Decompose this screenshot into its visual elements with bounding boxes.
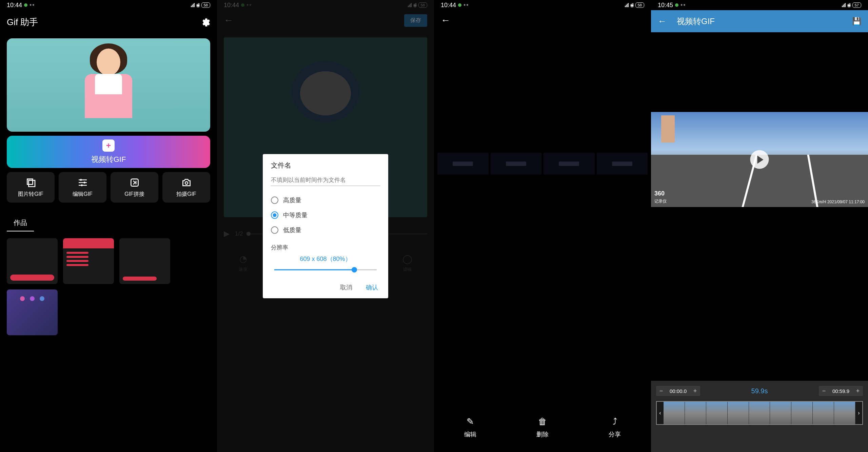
main-button-label: 视频转GIF xyxy=(91,154,126,165)
timeline-frame xyxy=(728,402,749,424)
tool-label: 图片转GIF xyxy=(18,191,43,198)
share-button[interactable]: ⤴分享 xyxy=(609,416,621,438)
confirm-button[interactable]: 确认 xyxy=(366,283,378,291)
quality-low-option[interactable]: 低质量 xyxy=(271,223,380,238)
timeline-frame xyxy=(664,402,685,424)
radio-icon xyxy=(271,196,278,204)
delete-button[interactable]: 🗑删除 xyxy=(536,416,549,438)
duration-display: 59.9s xyxy=(751,387,768,395)
status-bar: 10:44•• ◉̂58 xyxy=(434,0,651,10)
export-dialog-screen: 10:44•• ◉̂58 ← 保存 ▶ 1/2 ◔速度 T添加文字 ⟂裁切 ▨背… xyxy=(217,0,434,452)
work-item[interactable] xyxy=(7,289,58,335)
works-grid xyxy=(0,231,217,342)
edit-gif-button[interactable]: 编辑GIF xyxy=(59,172,106,203)
preview-header: ← xyxy=(434,10,651,31)
end-time-value: 00:59.9 xyxy=(829,388,853,394)
quality-radio-group: 高质量 中等质量 低质量 xyxy=(263,193,388,238)
frame-thumb[interactable] xyxy=(437,153,489,175)
end-time-stepper[interactable]: − 00:59.9 + xyxy=(819,386,863,396)
plus-icon[interactable]: + xyxy=(853,386,863,396)
work-item[interactable] xyxy=(63,238,114,284)
camera-icon xyxy=(181,177,192,188)
resolution-label: 分辨率 xyxy=(271,244,380,251)
timeline-strip[interactable]: ‹ › xyxy=(656,401,863,425)
status-more-icon: •• xyxy=(680,2,686,9)
dialog-overlay: 文件名 高质量 中等质量 低质量 分辨率 609 x 608（80%） 取消 确… xyxy=(217,0,434,452)
quality-high-option[interactable]: 高质量 xyxy=(271,193,380,208)
video-to-gif-button[interactable]: + 视频转GIF xyxy=(7,136,210,168)
chevron-left-icon[interactable]: ‹ xyxy=(657,402,664,424)
tool-grid: 图片转GIF 编辑GIF GIF拼接 拍摄GIF xyxy=(0,172,217,203)
chevron-right-icon[interactable]: › xyxy=(855,402,862,424)
svg-point-4 xyxy=(185,182,188,184)
tool-label: 编辑GIF xyxy=(73,191,93,198)
page-title: 视频转GIF xyxy=(677,16,842,27)
resolution-slider[interactable] xyxy=(274,266,377,273)
radio-icon xyxy=(271,211,278,219)
image-icon xyxy=(25,177,36,188)
radio-icon xyxy=(271,226,278,234)
video-preview[interactable]: 360记录仪 36Km/H 2021/09/07 11:17:00 xyxy=(651,112,868,207)
tool-label: GIF拼接 xyxy=(124,191,144,198)
status-more-icon: •• xyxy=(463,2,469,9)
works-tab[interactable]: 作品 xyxy=(7,209,34,231)
home-screen: 10:44 •• ◉̂ 58 Gif 助手 + 视频转GIF 图片转GIF 编辑… xyxy=(0,0,217,452)
save-icon[interactable]: 💾 xyxy=(852,17,861,26)
frame-thumbnails xyxy=(434,153,651,175)
preview-screen: 10:44•• ◉̂58 ← ✎编辑 🗑删除 ⤴分享 xyxy=(434,0,651,452)
play-button[interactable] xyxy=(750,150,769,169)
plus-icon[interactable]: + xyxy=(690,386,700,396)
capture-gif-button[interactable]: 拍摄GIF xyxy=(162,172,210,203)
resolution-value: 609 x 608（80%） xyxy=(271,255,380,263)
battery-icon: 58 xyxy=(635,2,644,8)
status-bar: 10:44 •• ◉̂ 58 xyxy=(0,0,217,10)
merge-icon xyxy=(129,177,140,188)
edit-button[interactable]: ✎编辑 xyxy=(464,416,476,438)
status-more-icon: •• xyxy=(29,2,35,9)
start-time-value: 00:00.0 xyxy=(666,388,690,394)
minus-icon[interactable]: − xyxy=(819,386,829,396)
export-dialog: 文件名 高质量 中等质量 低质量 分辨率 609 x 608（80%） 取消 确… xyxy=(263,154,388,298)
frame-thumb[interactable] xyxy=(544,153,595,175)
status-indicator-icon xyxy=(24,3,27,7)
settings-icon[interactable] xyxy=(201,18,210,27)
wifi-icon: ◉̂ xyxy=(630,2,634,8)
work-item[interactable] xyxy=(7,238,58,284)
svg-point-2 xyxy=(81,184,82,186)
timeline-frame xyxy=(685,402,706,424)
action-bar: ✎编辑 🗑删除 ⤴分享 xyxy=(434,416,651,438)
pencil-icon: ✎ xyxy=(467,416,474,427)
timeline-frame xyxy=(791,402,813,424)
frame-thumb[interactable] xyxy=(597,153,648,175)
frame-thumb[interactable] xyxy=(491,153,542,175)
battery-icon: 57 xyxy=(852,2,861,8)
status-bar: 10:45•• ◉̂57 xyxy=(651,0,868,10)
back-icon[interactable]: ← xyxy=(441,15,450,26)
quality-medium-option[interactable]: 中等质量 xyxy=(271,208,380,223)
gif-merge-button[interactable]: GIF拼接 xyxy=(111,172,158,203)
filename-input[interactable] xyxy=(271,175,380,186)
battery-icon: 58 xyxy=(201,2,210,8)
video-trim-screen: 10:45•• ◉̂57 ← 视频转GIF 💾 360记录仪 36Km/H 20… xyxy=(651,0,868,452)
timeline-frame xyxy=(749,402,770,424)
minus-icon[interactable]: − xyxy=(656,386,666,396)
wifi-icon: ◉̂ xyxy=(196,2,200,8)
video-timestamp: 36Km/H 2021/09/07 11:17:00 xyxy=(811,200,865,204)
work-item[interactable] xyxy=(119,238,170,284)
trash-icon: 🗑 xyxy=(538,416,547,427)
sliders-icon xyxy=(77,177,88,188)
cancel-button[interactable]: 取消 xyxy=(340,283,352,291)
signal-icon xyxy=(191,3,195,7)
image-to-gif-button[interactable]: 图片转GIF xyxy=(7,172,55,203)
trim-header: ← 视频转GIF 💾 xyxy=(651,10,868,32)
status-indicator-icon xyxy=(675,3,678,7)
tool-label: 拍摄GIF xyxy=(176,191,196,198)
dialog-title: 文件名 xyxy=(263,161,388,175)
trim-controls: − 00:00.0 + 59.9s − 00:59.9 + ‹ xyxy=(651,381,868,452)
hero-banner[interactable] xyxy=(7,38,210,132)
wifi-icon: ◉̂ xyxy=(847,2,851,8)
app-header: Gif 助手 xyxy=(0,10,217,34)
plus-icon: + xyxy=(102,139,115,152)
back-icon[interactable]: ← xyxy=(658,16,667,26)
start-time-stepper[interactable]: − 00:00.0 + xyxy=(656,386,700,396)
